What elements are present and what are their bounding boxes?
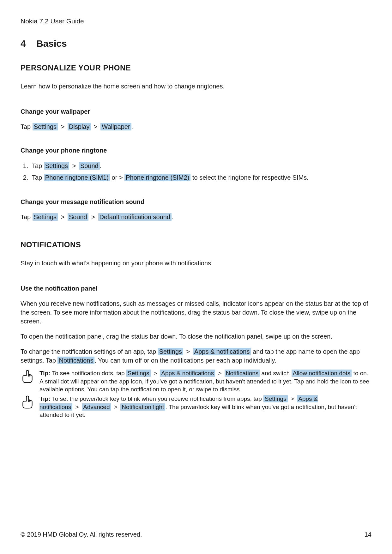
section-intro-notifications: Stay in touch with what's happening on y… xyxy=(21,259,371,268)
ui-label: Notifications xyxy=(57,357,94,364)
ui-label: Advanced xyxy=(82,403,111,411)
tip-label: Tip: xyxy=(39,370,50,376)
separator: > xyxy=(90,214,97,220)
text: Tap xyxy=(21,123,33,130)
ui-label: Notifications xyxy=(225,370,260,377)
text: . xyxy=(100,162,102,169)
separator: > xyxy=(216,370,223,376)
ringtone-steps: Tap Settings > Sound. Tap Phone ringtone… xyxy=(21,161,371,183)
separator: > xyxy=(152,370,159,376)
separator: > xyxy=(70,162,78,169)
text: to select the ringtone for respective SI… xyxy=(190,174,309,181)
separator: > xyxy=(74,404,81,410)
chapter-number: 4 xyxy=(21,38,36,49)
page-number: 14 xyxy=(365,531,371,538)
text: Tap xyxy=(32,174,44,181)
paragraph: To change the notification settings of a… xyxy=(21,347,371,365)
ui-label: Apps & notifications xyxy=(160,370,215,377)
subheading-wallpaper: Change your wallpaper xyxy=(21,108,371,115)
text: To change the notification settings of a… xyxy=(21,348,158,355)
subheading-message-sound: Change your message notification sound xyxy=(21,198,371,206)
ui-label: Phone ringtone (SIM1) xyxy=(44,174,110,181)
text: Tap xyxy=(21,214,33,220)
tip-block: Tip: To see notification dots, tap Setti… xyxy=(21,369,371,394)
tip-label: Tip: xyxy=(39,395,50,402)
separator: > xyxy=(59,123,66,130)
text: To see notification dots, tap xyxy=(50,370,126,376)
chapter-heading: 4Basics xyxy=(21,38,371,49)
message-sound-instruction: Tap Settings > Sound > Default notificat… xyxy=(21,213,371,221)
text: . You can turn off or on the notificatio… xyxy=(94,357,276,364)
text: To set the power/lock key to blink when … xyxy=(50,395,263,402)
ui-label: Sound xyxy=(68,213,88,221)
list-item: Tap Settings > Sound. xyxy=(30,161,371,171)
tip-text: Tip: To see notification dots, tap Setti… xyxy=(39,369,371,394)
subheading-notification-panel: Use the notification panel xyxy=(21,285,371,292)
separator: > xyxy=(92,123,99,130)
paragraph: When you receive new notifications, such… xyxy=(21,299,371,326)
text: . xyxy=(172,214,173,220)
separator: > xyxy=(184,348,192,355)
text: Tap xyxy=(32,162,44,169)
document-page: Nokia 7.2 User Guide 4Basics PERSONALIZE… xyxy=(0,0,392,554)
ui-label: Settings xyxy=(158,348,183,355)
pointing-hand-icon xyxy=(21,369,34,385)
tip-text: Tip: To set the power/lock key to blink … xyxy=(39,395,371,419)
pointing-hand-icon xyxy=(21,395,34,411)
ui-label: Display xyxy=(68,123,91,130)
document-title: Nokia 7.2 User Guide xyxy=(21,17,371,25)
subheading-ringtone: Change your phone ringtone xyxy=(21,147,371,154)
ui-label: Settings xyxy=(126,370,151,377)
tip-block: Tip: To set the power/lock key to blink … xyxy=(21,395,371,419)
separator: > xyxy=(289,395,296,402)
ui-label: Notification light xyxy=(120,403,165,411)
wallpaper-instruction: Tap Settings > Display > Wallpaper. xyxy=(21,122,371,131)
section-heading-notifications: NOTIFICATIONS xyxy=(21,240,371,249)
text: . xyxy=(131,123,133,130)
section-heading-personalize: PERSONALIZE YOUR PHONE xyxy=(21,63,371,72)
ui-label: Wallpaper xyxy=(100,123,131,130)
ui-label: Apps & notifications xyxy=(193,348,251,355)
ui-label: Allow notification dots xyxy=(292,370,352,377)
list-item: Tap Phone ringtone (SIM1) or > Phone rin… xyxy=(30,173,371,183)
ui-label: Settings xyxy=(33,213,58,221)
separator: > xyxy=(112,404,119,410)
ui-label: Sound xyxy=(79,162,100,170)
ui-label: Phone ringtone (SIM2) xyxy=(124,174,190,181)
ui-label: Settings xyxy=(263,395,288,402)
separator: > xyxy=(59,214,66,220)
chapter-title: Basics xyxy=(36,38,67,49)
ui-label: Default notification sound xyxy=(98,213,172,221)
text: and switch xyxy=(260,370,291,376)
paragraph: To open the notification panel, drag the… xyxy=(21,332,371,341)
ui-label: Settings xyxy=(33,123,58,130)
page-footer: © 2019 HMD Global Oy. All rights reserve… xyxy=(21,531,371,538)
section-intro-personalize: Learn how to personalize the home screen… xyxy=(21,82,371,91)
ui-label: Settings xyxy=(44,162,69,170)
copyright: © 2019 HMD Global Oy. All rights reserve… xyxy=(21,531,142,538)
text: or > xyxy=(110,174,124,181)
